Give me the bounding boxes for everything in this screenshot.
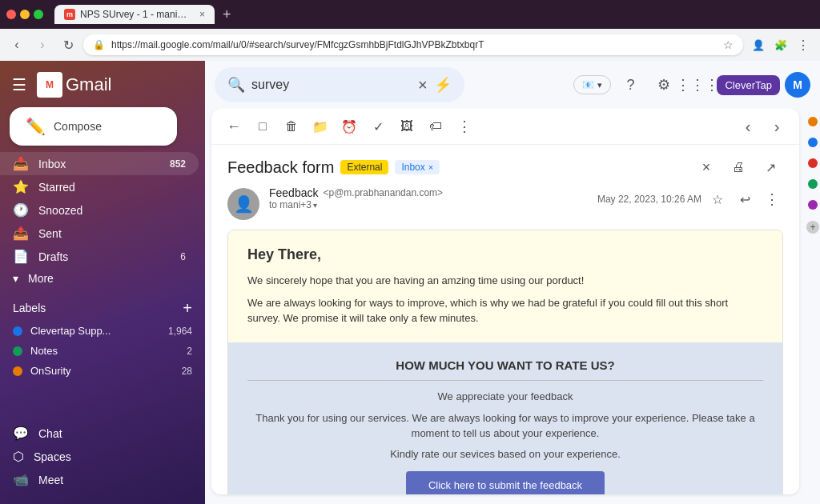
email-navigation: ‹ › <box>735 114 790 139</box>
right-icon-4[interactable] <box>808 179 818 189</box>
sidebar-meet-item[interactable]: 📹 Meet <box>0 468 205 491</box>
hamburger-menu-button[interactable]: ☰ <box>6 72 32 98</box>
email-toolbar: ← □ 🗑 📁 ⏰ ✓ 🖼 🏷 ⋮ ‹ › <box>211 109 799 145</box>
reload-button[interactable]: ↻ <box>58 34 78 55</box>
tab-close-icon[interactable]: × <box>199 9 205 20</box>
sidebar-item-drafts[interactable]: 📄 Drafts 6 <box>0 245 199 268</box>
sidebar-item-starred[interactable]: ⭐ Starred <box>0 175 199 198</box>
search-input[interactable] <box>251 78 412 92</box>
add-label-button[interactable]: + <box>183 300 192 316</box>
search-filter-icon[interactable]: ⚡ <box>434 76 452 94</box>
drafts-icon: 📄 <box>13 249 29 264</box>
print-button[interactable]: 🖨 <box>726 154 751 180</box>
expand-to-icon[interactable]: ▾ <box>313 201 317 210</box>
close-email-button[interactable]: × <box>693 154 719 180</box>
mark-done-button[interactable]: ✓ <box>365 114 391 139</box>
browser-menu-icon[interactable]: ⋮ <box>793 34 814 55</box>
profile-icon-btn[interactable]: 👤 <box>748 34 769 55</box>
survey-title-text: HOW MUCH YOU WANT TO RATE US? <box>247 358 763 381</box>
star-bookmark-icon[interactable]: ☆ <box>723 38 734 51</box>
open-in-new-button[interactable]: ↗ <box>758 154 783 180</box>
clevertap-label-count: 1,964 <box>168 326 192 337</box>
star-email-button[interactable]: ☆ <box>706 188 729 210</box>
back-button[interactable]: ‹ <box>6 34 27 55</box>
help-button[interactable]: ? <box>616 70 645 99</box>
archive-button[interactable]: □ <box>250 114 275 139</box>
mail-type-button[interactable]: 📧▾ <box>573 75 611 94</box>
right-icon-1[interactable] <box>808 117 818 126</box>
sender-to-row[interactable]: to mani+3 ▾ <box>269 199 588 210</box>
browser-toolbar-icons: 👤 🧩 ⋮ <box>748 34 814 55</box>
survey-text1: Thank you for using our services. We are… <box>247 410 763 442</box>
email-panel: ← □ 🗑 📁 ⏰ ✓ 🖼 🏷 ⋮ ‹ › <box>205 109 820 504</box>
clevertap-label-dot <box>13 326 22 336</box>
submit-feedback-button[interactable]: Click here to submit the feedback <box>406 471 605 495</box>
search-clear-icon[interactable]: × <box>418 76 428 94</box>
email-container: ← □ 🗑 📁 ⏰ ✓ 🖼 🏷 ⋮ ‹ › <box>211 109 799 494</box>
label-item-clevertap[interactable]: Clevertap Supp... 1,964 <box>0 321 205 341</box>
inbox-tag-label: Inbox <box>401 162 424 173</box>
extensions-icon[interactable]: 🧩 <box>770 34 791 55</box>
add-right-panel-button[interactable]: + <box>806 221 819 234</box>
compose-label: Compose <box>54 120 102 133</box>
main-area: 🔍 × ⚡ 📧▾ ? ⚙ ⋮⋮⋮ CleverTap M <box>205 61 820 504</box>
compose-button[interactable]: ✏️ Compose <box>10 107 177 146</box>
email-line1: We sincerely hope that you are having an… <box>247 273 763 289</box>
delete-button[interactable]: 🗑 <box>279 114 304 139</box>
right-icon-2[interactable] <box>808 138 818 147</box>
sidebar-spaces-item[interactable]: ⬡ Spaces <box>0 445 205 468</box>
add-image-button[interactable]: 🖼 <box>394 114 420 139</box>
url-text: https://mail.google.com/mail/u/0/#search… <box>111 39 717 50</box>
right-icon-3[interactable] <box>808 158 818 168</box>
new-tab-icon[interactable]: + <box>223 6 231 23</box>
label-button[interactable]: 🏷 <box>423 114 448 139</box>
settings-button[interactable]: ⚙ <box>649 70 678 99</box>
chat-label: Chat <box>38 427 192 440</box>
right-icon-5[interactable] <box>808 200 818 210</box>
sidebar-item-snoozed[interactable]: 🕐 Snoozed <box>0 198 199 222</box>
snoozed-label: Snoozed <box>38 204 186 217</box>
sidebar-item-more[interactable]: ▾ More <box>0 268 199 289</box>
apps-grid-button[interactable]: ⋮⋮⋮ <box>683 70 712 99</box>
notes-label-count: 2 <box>187 346 192 357</box>
sender-email-address: <p@m.prabhanandan.com> <box>323 187 443 198</box>
sidebar-item-inbox[interactable]: 📥 Inbox 852 <box>0 152 199 175</box>
drafts-count: 6 <box>180 251 186 262</box>
address-bar-area: ‹ › ↻ 🔒 https://mail.google.com/mail/u/0… <box>0 29 820 61</box>
chat-icon: 💬 <box>13 426 29 441</box>
email-body-survey: HOW MUCH YOU WANT TO RATE US? We appreci… <box>228 342 782 495</box>
label-item-notes[interactable]: Notes 2 <box>0 341 205 361</box>
forward-button[interactable]: › <box>32 34 53 55</box>
email-scroll-area[interactable]: Feedback form External Inbox × × 🖨 ↗ � <box>211 145 799 494</box>
snooze-button[interactable]: ⏰ <box>336 114 362 139</box>
clevertap-label-name: Clevertap Supp... <box>30 325 160 337</box>
search-container[interactable]: 🔍 × ⚡ <box>215 67 464 102</box>
sidebar-bottom-icons: 💬 Chat ⬡ Spaces 📹 Meet <box>0 415 205 498</box>
label-item-onsurity[interactable]: OnSurity 28 <box>0 361 205 381</box>
gmail-logo-icon: M <box>37 72 62 98</box>
move-to-button[interactable]: 📁 <box>308 114 333 139</box>
inbox-tag-close-icon[interactable]: × <box>428 162 433 172</box>
sidebar: ☰ M Gmail ✏️ Compose 📥 Inbox 852 <box>0 61 205 504</box>
reply-email-button[interactable]: ↩ <box>734 188 756 210</box>
more-actions-button[interactable]: ⋮ <box>452 114 477 139</box>
inbox-status-icons: 📧▾ <box>573 75 611 94</box>
email-date-actions: May 22, 2023, 10:26 AM ☆ ↩ ⋮ <box>597 188 783 210</box>
browser-tab[interactable]: m NPS SUrvey - 1 - mani@cleve... × <box>54 5 215 24</box>
survey-text2: Kindly rate our sevices based on your ex… <box>247 448 763 460</box>
prev-email-button[interactable]: ‹ <box>735 114 761 139</box>
labels-header-row: Labels + <box>0 295 205 321</box>
sender-avatar: 👤 <box>227 188 259 220</box>
meet-label: Meet <box>38 474 192 486</box>
email-more-button[interactable]: ⋮ <box>761 188 783 210</box>
drafts-label: Drafts <box>38 250 171 263</box>
back-to-list-button[interactable]: ← <box>221 114 247 139</box>
lock-icon: 🔒 <box>93 39 105 50</box>
next-email-button[interactable]: › <box>764 114 790 139</box>
clevertap-badge[interactable]: CleverTap <box>717 75 780 95</box>
address-input[interactable]: 🔒 https://mail.google.com/mail/u/0/#sear… <box>83 34 743 55</box>
gmail-top-bar: 🔍 × ⚡ 📧▾ ? ⚙ ⋮⋮⋮ CleverTap M <box>205 61 820 109</box>
user-avatar[interactable]: M <box>785 72 810 98</box>
sidebar-chat-item[interactable]: 💬 Chat <box>0 422 205 445</box>
sidebar-item-sent[interactable]: 📤 Sent <box>0 222 199 245</box>
